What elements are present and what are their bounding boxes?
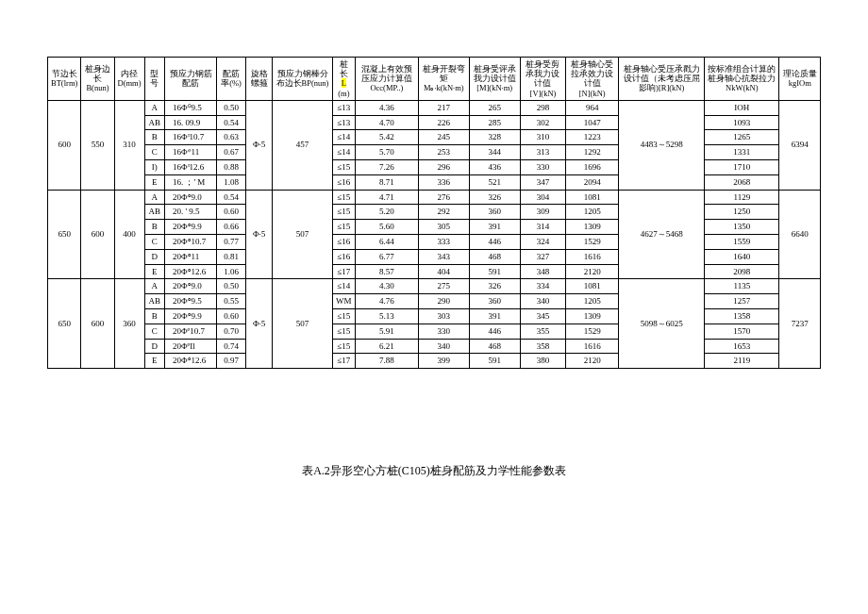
- hdr-m-a: 桩身受评承我力设计值: [474, 64, 516, 83]
- table-row: AB20Φᵒ9.50.55WM4.7629036034012051257: [48, 294, 821, 309]
- table-row: C20Φᵒ10.70.77≤166.4433344632415291559: [48, 234, 821, 249]
- cell-occ: 5.60: [355, 220, 418, 235]
- table-row: D20Φᵒ110.81≤166.7734346832716161640: [48, 249, 821, 264]
- hdr-rebar: 预应力钢筋配筋: [164, 58, 216, 101]
- cell-l: ≤15: [332, 190, 355, 205]
- cell-v: 330: [520, 159, 565, 174]
- cell-mm: 326: [469, 190, 520, 205]
- cell-rebar: 16Φᵉ11: [164, 145, 216, 160]
- cell-type: E: [144, 174, 164, 190]
- cell-mm: 344: [469, 145, 520, 160]
- hdr-ratio: 配筋率(%): [217, 58, 246, 101]
- cell-l: ≤15: [332, 159, 355, 174]
- cell-rebar: 16Φᶦ12.6: [164, 159, 216, 174]
- cell-m: 333: [418, 234, 469, 249]
- cell-nk: 1710: [705, 159, 779, 174]
- cell-bt: 650: [48, 190, 81, 279]
- cell-v: 347: [520, 174, 565, 190]
- cell-type: B: [144, 308, 164, 324]
- table-row: D20ΦºIl0.74≤156.2134046835816161653: [48, 339, 821, 354]
- hdr-bt-b: BT(lrm): [51, 78, 77, 88]
- cell-type: AB: [144, 115, 164, 130]
- cell-rebar: 20Φᵒ9.9: [164, 308, 216, 324]
- cell-m: 217: [418, 100, 469, 115]
- hdr-len-c: (m): [338, 89, 349, 98]
- cell-m: 340: [418, 339, 469, 354]
- hdr-n-a: 桩身轴心受拉承效力设计值: [571, 59, 613, 88]
- cell-type: B: [144, 130, 164, 145]
- cell-rebar: 20Φᵒ9.0: [164, 190, 216, 205]
- cell-mm: 591: [469, 264, 520, 279]
- hdr-nk-a: 按标准组合计算的桩身轴心抗裂拉力: [708, 64, 776, 83]
- cell-n: 2120: [566, 264, 619, 279]
- cell-nk: 1093: [705, 115, 779, 130]
- hdr-b-a: 桩身边长: [85, 64, 110, 83]
- hdr-bt-a: 节边长: [52, 69, 77, 78]
- cell-ratio: 0.63: [217, 130, 246, 145]
- cell-bt: 650: [48, 279, 81, 369]
- cell-occ: 6.21: [355, 339, 418, 354]
- cell-l: ≤14: [332, 130, 355, 145]
- cell-rebar: 16Φᶦ10.7: [164, 130, 216, 145]
- cell-m: 275: [418, 279, 469, 294]
- cell-rebar: 20Φᵒ10.7: [164, 234, 216, 249]
- cell-rebar: 20Φº10.7: [164, 324, 216, 339]
- cell-r: 5098～6025: [619, 279, 705, 369]
- cell-n: 1309: [566, 308, 619, 324]
- cell-mm: 446: [469, 234, 520, 249]
- cell-phi: Φ·5: [246, 100, 273, 190]
- cell-rebar: 20Φᵒ11: [164, 249, 216, 264]
- cell-ratio: 0.55: [217, 294, 246, 309]
- cell-mass: 7237: [779, 279, 821, 369]
- table-row: AB20. ' 9.50.60≤155.2029236030912051250: [48, 205, 821, 220]
- cell-ratio: 0.77: [217, 234, 246, 249]
- cell-n: 1081: [566, 279, 619, 294]
- cell-n: 1292: [566, 145, 619, 160]
- cell-l: WM: [332, 294, 355, 309]
- cell-v: 314: [520, 220, 565, 235]
- spec-table: 节边长BT(lrm) 桩身边长B(nun) 内径D(mm) 型号 预应力钢筋配筋…: [47, 57, 821, 369]
- table-row: B20Φᵒ9.90.60≤155.1330339134513091358: [48, 308, 821, 324]
- hdr-occ-b: Occ(MP..): [370, 83, 403, 92]
- cell-b: 600: [81, 190, 114, 279]
- cell-m: 296: [418, 159, 469, 174]
- cell-ratio: 1.06: [217, 264, 246, 279]
- cell-l: ≤15: [332, 339, 355, 354]
- cell-occ: 5.13: [355, 308, 418, 324]
- cell-m: 399: [418, 354, 469, 369]
- cell-nk: 2119: [705, 354, 779, 369]
- cell-n: 1616: [566, 249, 619, 264]
- cell-v: 310: [520, 130, 565, 145]
- cell-nk: 1559: [705, 234, 779, 249]
- cell-occ: 7.88: [355, 354, 418, 369]
- hdr-d-a: 内径: [121, 69, 138, 78]
- cell-occ: 4.70: [355, 115, 418, 130]
- cell-ratio: 0.54: [217, 190, 246, 205]
- cell-v: 348: [520, 264, 565, 279]
- cell-bp: 507: [273, 279, 333, 369]
- cell-m: 290: [418, 294, 469, 309]
- cell-r: 4483～5298: [619, 100, 705, 190]
- cell-l: ≤16: [332, 174, 355, 190]
- hdr-len-b: L: [342, 78, 346, 88]
- cell-type: I): [144, 159, 164, 174]
- cell-ratio: 0.81: [217, 249, 246, 264]
- cell-ratio: 0.60: [217, 308, 246, 324]
- cell-m: 253: [418, 145, 469, 160]
- table-row: 650600400A20Φᵒ9.00.54Φ·5507≤154.71276326…: [48, 190, 821, 205]
- cell-bt: 600: [48, 100, 81, 190]
- cell-n: 964: [566, 100, 619, 115]
- cell-mm: 436: [469, 159, 520, 174]
- cell-mm: 285: [469, 115, 520, 130]
- cell-n: 1081: [566, 190, 619, 205]
- hdr-occ-a: 混凝上有效预压应力计算值: [361, 64, 412, 83]
- cell-m: 303: [418, 308, 469, 324]
- hdr-r: 桩身轴心受压承戳力设计值（未考虑压屈影响)[R](kN): [619, 58, 705, 101]
- cell-ratio: 0.97: [217, 354, 246, 369]
- cell-ratio: 0.74: [217, 339, 246, 354]
- cell-mm: 360: [469, 205, 520, 220]
- cell-m: 226: [418, 115, 469, 130]
- cell-n: 1529: [566, 234, 619, 249]
- cell-b: 600: [81, 279, 114, 369]
- table-row: AB16. 09.90.54≤134.7022628530210471093: [48, 115, 821, 130]
